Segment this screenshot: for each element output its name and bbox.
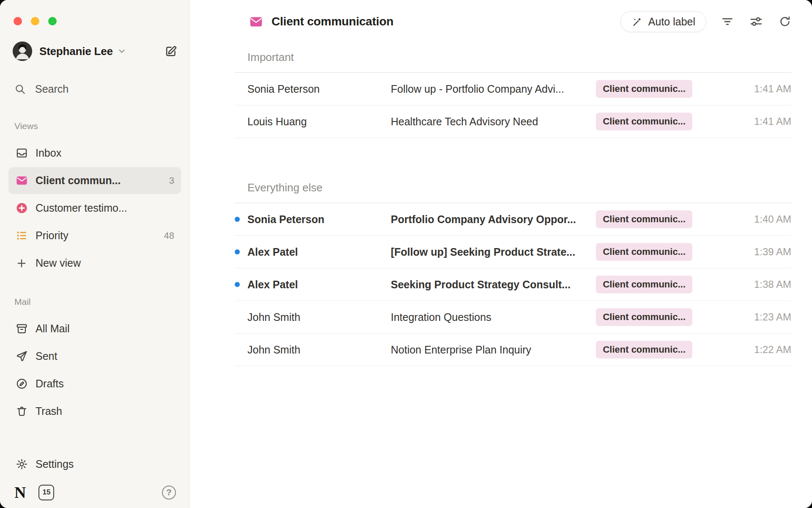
customer-icon [15,202,28,215]
account-switcher[interactable]: Stephanie Lee [8,41,181,61]
window-controls [8,0,181,25]
email-time: 1:41 AM [704,116,791,127]
email-row[interactable]: Louis Huang Healthcare Tech Advisory Nee… [235,105,791,138]
email-sender: Sonia Peterson [247,83,391,95]
sidebar-item-client-communication[interactable]: Client commun... 3 [8,167,181,194]
sidebar-item-label: Trash [36,405,62,417]
unread-dot [235,249,240,254]
notion-logo-icon[interactable]: N [14,484,26,500]
user-name: Stephanie Lee [39,45,113,58]
email-sender: Alex Patel [247,246,391,258]
group-important: Important Sonia Peterson Follow up - Por… [235,51,791,138]
mail-nav: All Mail Sent Drafts [8,315,181,425]
filter-button[interactable] [720,14,735,29]
email-list: Important Sonia Peterson Follow up - Por… [190,32,812,366]
sidebar-item-label: Priority [36,229,69,242]
email-label-badge[interactable]: Client communic... [596,308,692,326]
email-row[interactable]: Sonia Peterson Portfolio Company Advisor… [235,203,791,236]
sidebar: Stephanie Lee Search Views [0,0,190,508]
email-subject: Notion Enterprise Plan Inquiry [391,344,596,356]
group-label: Important [235,51,791,64]
email-sender: John Smith [247,344,391,356]
email-time: 1:41 AM [704,83,791,95]
sidebar-item-trash[interactable]: Trash [8,398,181,425]
email-row[interactable]: Alex Patel Seeking Product Strategy Cons… [235,268,791,301]
email-time: 1:39 AM [704,246,791,258]
email-label-badge[interactable]: Client communic... [596,113,692,130]
display-options-button[interactable] [749,14,764,29]
email-label-badge[interactable]: Client communic... [596,80,692,98]
help-icon[interactable]: ? [162,486,176,500]
auto-label-icon [631,16,643,28]
app-window: Stephanie Lee Search Views [0,0,812,508]
calendar-day: 15 [42,488,50,497]
email-time: 1:38 AM [704,279,791,290]
auto-label-button[interactable]: Auto label [620,11,706,32]
email-label-badge[interactable]: Client communic... [596,276,692,293]
sidebar-item-label: Inbox [36,147,61,159]
sliders-icon [749,15,763,28]
group-rows: Sonia Peterson Follow up - Portfolio Com… [235,72,791,138]
view-title-group: Client communication [249,15,393,29]
group-label: Everything else [235,181,791,194]
email-sender: Sonia Peterson [247,213,391,226]
views-nav: Inbox Client commun... 3 [8,140,181,277]
email-subject: Seeking Product Strategy Consult... [391,279,596,291]
views-section-label: Views [8,121,181,131]
sidebar-item-label: New view [36,257,81,269]
sidebar-item-settings[interactable]: Settings [8,451,181,478]
close-window-button[interactable] [14,17,22,25]
email-sender: Alex Patel [247,279,391,291]
group-rows: Sonia Peterson Portfolio Company Advisor… [235,203,791,366]
sidebar-item-label: Client commun... [36,174,121,187]
email-time: 1:40 AM [704,213,791,225]
search-label: Search [35,83,69,95]
sidebar-footer: N 15 ? [8,484,181,508]
sent-icon [15,350,28,363]
view-header: Client communication Auto label [190,0,812,32]
main-content: Client communication Auto label [190,0,812,508]
search-button[interactable]: Search [8,81,181,97]
email-row[interactable]: John Smith Integration Questions Client … [235,301,791,334]
avatar [13,41,32,61]
email-row[interactable]: Alex Patel [Follow up] Seeking Product S… [235,236,791,268]
filter-icon [721,15,734,28]
email-label-badge[interactable]: Client communic... [596,243,692,261]
unread-dot [235,217,240,222]
email-sender: John Smith [247,311,391,323]
sidebar-item-label: All Mail [36,323,70,335]
sidebar-item-drafts[interactable]: Drafts [8,370,181,397]
email-subject: Healthcare Tech Advisory Need [391,116,596,128]
minimize-window-button[interactable] [31,17,39,25]
mail-label-icon [15,174,28,187]
sidebar-item-new-view[interactable]: New view [8,250,181,276]
header-actions: Auto label [620,11,793,32]
sidebar-item-label: Sent [36,350,57,362]
unread-count-badge: 3 [169,175,174,186]
sidebar-item-customer-testimonials[interactable]: Customer testimo... [8,195,181,221]
email-row[interactable]: Sonia Peterson Follow up - Portfolio Com… [235,73,791,105]
sidebar-item-label: Drafts [36,378,64,390]
refresh-button[interactable] [777,14,793,29]
zoom-window-button[interactable] [48,17,57,25]
email-subject: Follow up - Portfolio Company Advi... [391,83,596,95]
email-time: 1:23 AM [704,311,791,323]
email-label-badge[interactable]: Client communic... [596,341,692,359]
email-label-badge[interactable]: Client communic... [596,210,692,228]
email-sender: Louis Huang [247,116,391,128]
sidebar-item-sent[interactable]: Sent [8,343,181,370]
sidebar-item-label: Customer testimo... [36,202,127,214]
chevron-down-icon [117,47,126,56]
compose-button[interactable] [165,45,178,58]
mail-label-icon [249,15,263,29]
sidebar-item-all-mail[interactable]: All Mail [8,315,181,342]
calendar-icon[interactable]: 15 [38,485,54,500]
refresh-icon [779,15,791,28]
email-row[interactable]: John Smith Notion Enterprise Plan Inquir… [235,334,791,366]
search-icon [14,83,26,95]
sidebar-item-inbox[interactable]: Inbox [8,140,181,166]
count-badge: 48 [164,230,174,241]
gear-icon [15,458,28,471]
sidebar-item-priority[interactable]: Priority 48 [8,222,181,249]
plus-icon [15,257,28,270]
